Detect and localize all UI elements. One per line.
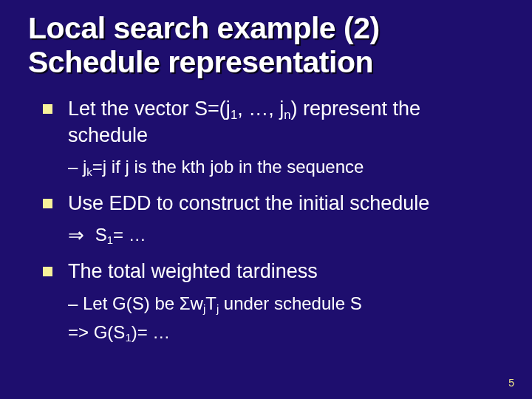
sub2-text-b: = …: [113, 225, 146, 245]
sub-item-3a: – Let G(S) be ΣwjTj under schedule S: [43, 292, 504, 316]
bullet1-text-b: , …, j: [237, 98, 284, 120]
sub-item-2: ⇒ S1= …: [43, 223, 504, 248]
slide: Local search example (2) Schedule repres…: [0, 0, 532, 399]
title-line-1: Local search example (2): [28, 11, 380, 45]
sub3b-text-b: )= …: [132, 322, 171, 342]
bullet-item-3: The total weighted tardiness: [43, 259, 504, 284]
subscript-1c: 1: [125, 332, 131, 344]
bullet1-text-a: Let the vector S=(j: [68, 98, 231, 120]
double-arrow-icon: ⇒: [68, 223, 84, 248]
subscript-1: 1: [231, 107, 237, 121]
title-line-2: Schedule representation: [28, 45, 373, 79]
subscript-n: n: [284, 107, 290, 121]
subscript-k: k: [86, 167, 92, 179]
sub2-text-a: S: [90, 225, 107, 245]
page-number: 5: [508, 377, 514, 389]
sub3a-text-b: T: [205, 293, 216, 313]
sub1-text-b: =j if j is the kth job in the sequence: [92, 157, 364, 177]
sub-item-3b: => G(S1)= …: [43, 321, 504, 345]
sub3a-text-c: under schedule S: [219, 293, 361, 313]
sub3b-text-a: => G(S: [68, 322, 125, 342]
sub-item-1: – jk=j if j is the kth job in the sequen…: [43, 155, 504, 180]
sub3a-text-a: – Let G(S) be Σw: [68, 293, 203, 313]
subscript-1b: 1: [107, 235, 113, 247]
slide-title: Local search example (2) Schedule repres…: [28, 12, 504, 80]
bullet-list: Let the vector S=(j1, …, jn) represent t…: [28, 96, 504, 346]
bullet2-text: Use EDD to construct the initial schedul…: [68, 192, 429, 214]
bullet3-text: The total weighted tardiness: [68, 260, 318, 282]
sub1-text-a: – j: [68, 157, 86, 177]
bullet-item-1: Let the vector S=(j1, …, jn) represent t…: [43, 96, 504, 149]
bullet-item-2: Use EDD to construct the initial schedul…: [43, 191, 504, 216]
